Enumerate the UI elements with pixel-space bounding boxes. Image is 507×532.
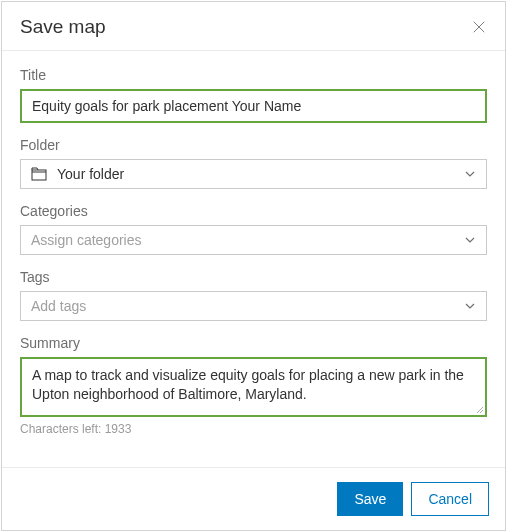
character-count: Characters left: 1933 — [20, 422, 487, 436]
summary-group: Summary Characters left: 1933 — [20, 335, 487, 436]
title-input-wrap — [20, 89, 487, 123]
summary-label: Summary — [20, 335, 487, 351]
tags-placeholder: Add tags — [31, 298, 464, 314]
chevron-down-icon — [464, 168, 476, 180]
categories-select[interactable]: Assign categories — [20, 225, 487, 255]
folder-group: Folder Your folder — [20, 137, 487, 189]
tags-select[interactable]: Add tags — [20, 291, 487, 321]
modal-header: Save map — [2, 2, 505, 51]
categories-group: Categories Assign categories — [20, 203, 487, 255]
chevron-down-icon — [464, 300, 476, 312]
tags-group: Tags Add tags — [20, 269, 487, 321]
categories-label: Categories — [20, 203, 487, 219]
save-map-modal: Save map Title Folder Your folder — [1, 1, 506, 531]
svg-line-5 — [480, 410, 483, 413]
summary-textarea-wrap — [20, 357, 487, 417]
categories-placeholder: Assign categories — [31, 232, 464, 248]
folder-label: Folder — [20, 137, 487, 153]
summary-textarea[interactable] — [22, 359, 485, 411]
modal-title: Save map — [20, 16, 106, 38]
folder-select[interactable]: Your folder — [20, 159, 487, 189]
title-input[interactable] — [22, 91, 485, 121]
cancel-button[interactable]: Cancel — [411, 482, 489, 516]
resize-handle-icon[interactable] — [475, 405, 483, 413]
title-label: Title — [20, 67, 487, 83]
modal-body: Title Folder Your folder Categories — [2, 51, 505, 467]
folder-icon — [31, 166, 47, 182]
save-button[interactable]: Save — [337, 482, 403, 516]
tags-label: Tags — [20, 269, 487, 285]
chevron-down-icon — [464, 234, 476, 246]
folder-value: Your folder — [57, 166, 464, 182]
svg-line-4 — [477, 407, 483, 413]
close-button[interactable] — [471, 19, 487, 35]
close-icon — [472, 20, 486, 34]
modal-footer: Save Cancel — [2, 467, 505, 530]
title-group: Title — [20, 67, 487, 123]
